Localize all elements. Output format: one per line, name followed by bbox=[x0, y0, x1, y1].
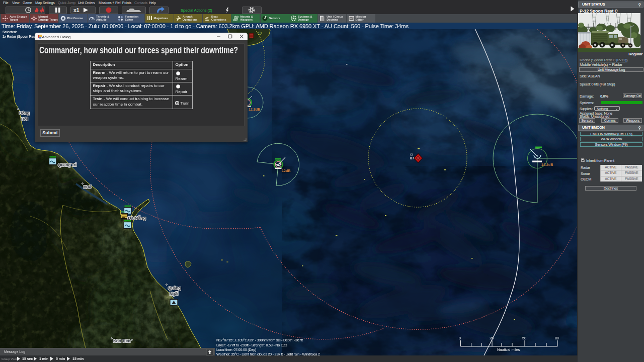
svg-text:888: 888 bbox=[121, 211, 125, 214]
svg-text:Special Actions (2): Special Actions (2) bbox=[181, 8, 212, 13]
svg-text:26: 26 bbox=[490, 336, 494, 340]
svg-text:Quảng: Quảng bbox=[168, 286, 181, 291]
svg-text:0: 0 bbox=[459, 336, 461, 340]
svg-text:80: 80 bbox=[555, 336, 559, 340]
svg-text:Ngãi: Ngãi bbox=[170, 291, 178, 296]
svg-text:14.2dB: 14.2dB bbox=[541, 162, 553, 167]
svg-text:Hới: Hới bbox=[21, 117, 28, 122]
svg-text:1x Radar (Spoon Rest C: 1x Radar (Spoon Rest C bbox=[3, 35, 39, 39]
svg-text:12.8dB: 12.8dB bbox=[249, 107, 261, 112]
svg-text:87: 87 bbox=[410, 156, 414, 160]
svg-text:N17°07'15", E109°19'39" - 300n: N17°07'15", E109°19'39" - 300nm from sel… bbox=[216, 338, 303, 342]
svg-text:Nautical miles: Nautical miles bbox=[497, 347, 520, 352]
svg-text:12dB: 12dB bbox=[282, 168, 291, 173]
svg-text:Quang Tri: Quang Tri bbox=[58, 162, 76, 167]
svg-text:x1: x1 bbox=[73, 7, 79, 13]
svg-text:Đông: Đông bbox=[19, 111, 30, 116]
svg-text:Đà Nẵng: Đà Nẵng bbox=[128, 215, 146, 221]
svg-text:Weather: 35°C - Light high clo: Weather: 35°C - Light high clouds 20 - 2… bbox=[216, 352, 320, 356]
svg-text:50: 50 bbox=[522, 336, 526, 340]
svg-text:Kon Tum: Kon Tum bbox=[113, 338, 130, 343]
svg-text:Selected:: Selected: bbox=[3, 30, 17, 34]
svg-text:Layer: -177ft to -299ft - Stre: Layer: -177ft to -299ft - Strength: 0.53… bbox=[216, 343, 287, 347]
svg-text:Huế: Huế bbox=[84, 185, 92, 190]
